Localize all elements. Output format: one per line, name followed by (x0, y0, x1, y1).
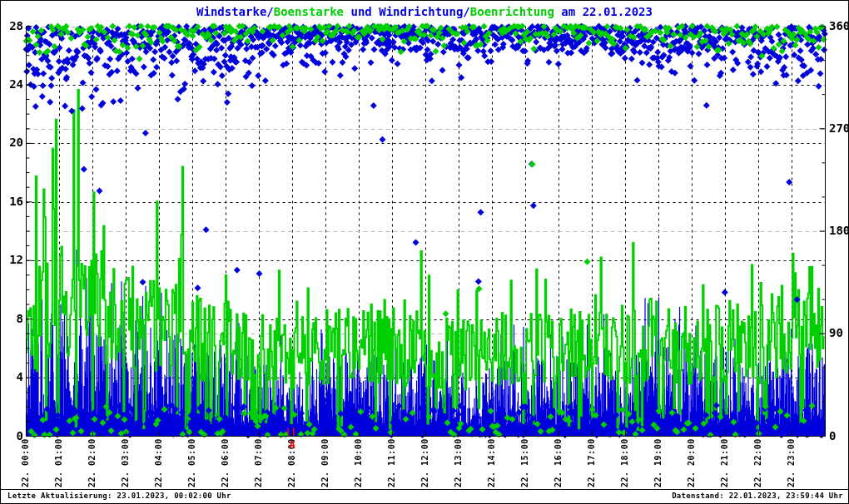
y-axis-label-left: 8 (1, 313, 23, 324)
x-axis-label: 22. 06:00 (221, 438, 230, 487)
y-axis-label-right: 180 (829, 225, 849, 236)
chart-window: Windstarke/Boenstarke und Windrichtung/B… (0, 0, 849, 504)
x-axis-label: 22. 19:00 (654, 438, 663, 487)
x-axis-label: 22. 11:00 (388, 438, 396, 487)
title-seg-boenstarke: Boenstarke (274, 5, 344, 18)
y-axis-label-left: 4 (1, 371, 23, 383)
x-axis-label: 22. 07:00 (255, 438, 263, 487)
x-axis-label: 22. 04:00 (155, 438, 163, 487)
x-axis-label: 22. 10:00 (355, 438, 363, 487)
x-axis-label: 22. 22:00 (754, 438, 762, 487)
y-axis-label-right: 0 (829, 430, 836, 442)
y-axis-label-left: 20 (1, 136, 23, 148)
status-bar: Letzte Aktualisierung: 23.01.2023, 00:02… (1, 489, 848, 503)
x-axis-label: 22. 17:00 (588, 438, 596, 487)
y-axis-label-left: 16 (1, 195, 23, 207)
x-axis-label: 22. 01:00 (55, 438, 63, 487)
title-seg-boenrichtung: Boenrichtung (470, 5, 554, 18)
title-seg-date: am 22.01.2023 (554, 5, 653, 18)
last-update-text: Letzte Aktualisierung: 23.01.2023, 00:02… (7, 492, 231, 500)
wind-chart-canvas (1, 1, 849, 504)
chart-title: Windstarke/Boenstarke und Windrichtung/B… (1, 5, 848, 18)
y-axis-label-right: 90 (829, 327, 843, 338)
x-axis-label: 22. 21:00 (721, 438, 729, 487)
x-axis-label: 22. 03:00 (122, 438, 130, 487)
x-axis-label: 22. 09:00 (321, 438, 330, 487)
x-axis-label: 22. 13:00 (454, 438, 463, 487)
x-axis-label: 22. 20:00 (688, 438, 696, 487)
x-axis-label: 22. 16:00 (554, 438, 563, 487)
x-axis-label: 22. 14:00 (488, 438, 496, 487)
y-axis-label-left: 24 (1, 78, 23, 90)
y-axis-label-left: 28 (1, 20, 23, 32)
x-axis-label: 22. 12:00 (421, 438, 429, 487)
x-axis-label: 22. 00:00 (22, 438, 30, 487)
y-axis-label-right: 360 (829, 20, 849, 32)
marker-a-label: A (290, 440, 295, 450)
x-axis-label: 22. 15:00 (521, 438, 529, 487)
y-axis-label-right: 270 (829, 122, 849, 134)
y-axis-label-left: 0 (1, 430, 23, 442)
data-timestamp-text: Datenstand: 22.01.2023, 23:59:44 Uhr (672, 492, 843, 500)
y-axis-label-left: 12 (1, 254, 23, 265)
title-seg-windstarke: Windstarke/ (196, 5, 274, 18)
title-seg-windrichtung: und Windrichtung/ (344, 5, 470, 18)
x-axis-label: 22. 18:00 (621, 438, 629, 487)
x-axis-label: 22. 02:00 (88, 438, 97, 487)
x-axis-label: 22. 23:00 (787, 438, 796, 487)
x-axis-label: 22. 05:00 (188, 438, 196, 487)
